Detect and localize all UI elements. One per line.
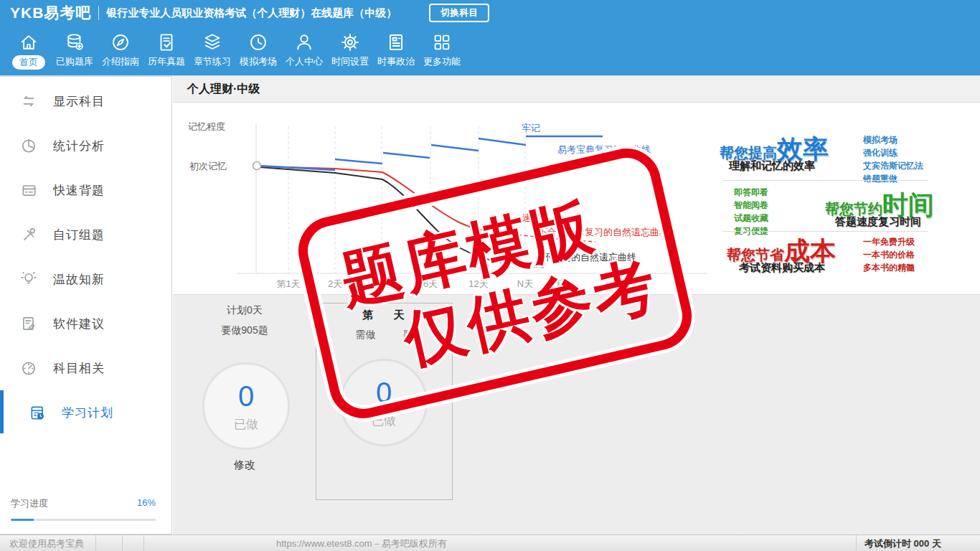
toolbar-item-home[interactable]: 首页 xyxy=(6,26,52,75)
plan-day-title: 第天 xyxy=(316,309,452,322)
status-divider xyxy=(122,535,123,551)
promo-list-item: 多本书的精髓 xyxy=(863,261,915,274)
promo-list-item: 试题收藏 xyxy=(734,212,768,225)
sidebar-item-study-plan[interactable]: 学习计划 xyxy=(0,390,171,435)
legend-bad-review-curve: 不合理安排复习的自然遗忘曲线 xyxy=(538,227,669,237)
sidebar-item-label: 快速背题 xyxy=(53,182,105,199)
sidebar-item-quick-memorize[interactable]: 快速背题 xyxy=(0,168,171,212)
promo-list-item: 即答即看 xyxy=(734,186,768,199)
promo-prefix: 帮您节省 xyxy=(727,247,784,263)
sidebar-item-label: 学习计划 xyxy=(62,405,113,421)
tools-icon xyxy=(20,226,37,243)
newspaper-icon xyxy=(385,32,407,53)
promo-list-time: 即答即看 智能阅卷 试题收藏 复习便捷 xyxy=(734,186,768,237)
promo-list-item: 艾宾浩斯记忆法 xyxy=(863,159,923,172)
toolbar-item-current-politics[interactable]: 时事政治 xyxy=(373,26,419,75)
app-title: 银行业专业人员职业资格考试（个人理财）在线题库（中级） xyxy=(106,6,397,20)
sidebar-item-label: 软件建议 xyxy=(53,316,105,332)
study-plan-section: 计划0天 要做905题 0 已做 修改 第天 需做题 0 已做 xyxy=(173,294,980,534)
bulb-icon xyxy=(20,270,37,288)
legend-no-review-curve: 不复习的自然遗忘曲线 xyxy=(543,252,636,263)
logo-divider xyxy=(98,6,99,20)
promo-panel: 帮您提高效率 理解和记忆的效率 模拟考场 强化训练 艾宾浩斯记忆法 错题重做 即… xyxy=(717,129,976,281)
sidebar-item-software-feedback[interactable]: 软件建议 xyxy=(0,301,171,346)
plan-total-questions: 要做905题 xyxy=(173,324,316,337)
legend-remember-label: 牢记 xyxy=(522,123,540,133)
subject-gauge-icon xyxy=(20,359,37,377)
sidebar-item-label: 显示科目 xyxy=(53,93,105,110)
sidebar-item-subject-related[interactable]: 科目相关 xyxy=(0,346,171,390)
promo-list-item: 强化训练 xyxy=(863,146,923,159)
initial-memory-label: 初次记忆 xyxy=(189,161,227,171)
subject-title: 个人理财·中级 xyxy=(187,82,260,97)
plan-done-circle: 0 已做 xyxy=(202,362,290,450)
progress-value: 16% xyxy=(137,497,156,510)
toolbar-item-label: 章节练习 xyxy=(194,55,231,68)
document-check-icon xyxy=(156,32,177,53)
toolbar-item-purchased-banks[interactable]: 已购题库 xyxy=(52,26,98,75)
plan-day-need: 需做题 xyxy=(316,329,452,342)
sidebar: 显示科目 统计分析 快速背题 自订组题 温故知新 软件建议 科目相关 学习计划 xyxy=(0,76,172,534)
sidebar-item-review-old[interactable]: 温故知新 xyxy=(0,257,171,301)
study-plan-icon xyxy=(29,404,46,421)
main-toolbar: 首页 已购题库 介绍指南 历年真题 章节练习 模拟考场 个人中心 时间设置 xyxy=(0,26,980,76)
legend-forget-label: 遗忘 xyxy=(500,243,519,254)
day-suffix: 天 xyxy=(394,309,406,321)
toolbar-item-intro-guide[interactable]: 介绍指南 xyxy=(98,26,143,75)
x-axis-title: 天数 xyxy=(554,278,573,289)
switch-subject-button[interactable]: 切换科目 xyxy=(429,4,489,22)
user-icon xyxy=(293,32,315,53)
sidebar-item-custom-quiz[interactable]: 自订组题 xyxy=(0,212,171,257)
promo-divider xyxy=(723,231,928,232)
feedback-icon xyxy=(20,315,37,332)
need-suffix: 题 xyxy=(403,329,413,340)
toolbar-item-time-settings[interactable]: 时间设置 xyxy=(327,26,373,75)
x-tick: 2天 xyxy=(328,278,342,289)
sidebar-item-show-subjects[interactable]: 显示科目 xyxy=(0,79,171,123)
x-tick: 4天 xyxy=(374,278,389,289)
sidebar-item-statistics[interactable]: 统计分析 xyxy=(0,123,171,168)
exam-countdown: 考试倒计时 000 天 xyxy=(864,537,941,550)
plan-days: 计划0天 xyxy=(173,304,316,317)
home-icon xyxy=(18,32,39,53)
promo-list-item: 一本书的价格 xyxy=(863,248,915,261)
promo-prefix: 帮您节约 xyxy=(825,201,882,217)
promo-list-item: 一年免费升级 xyxy=(863,235,915,248)
plan-day-done-circle: 0 已做 xyxy=(340,359,428,446)
initial-memory-marker xyxy=(253,162,261,170)
toolbar-item-more-functions[interactable]: 更多功能 xyxy=(419,26,465,75)
modify-plan-button[interactable]: 修改 xyxy=(173,458,316,472)
promo-subtitle-time: 答题速度复习时间 xyxy=(835,215,921,229)
status-divider xyxy=(95,535,96,551)
x-tick: 12天 xyxy=(468,278,488,289)
pie-chart-icon xyxy=(20,137,37,154)
app-logo: YKB易考吧 xyxy=(10,3,91,23)
sidebar-item-label: 自订组题 xyxy=(53,227,105,243)
plan-day-card[interactable]: 第天 需做题 0 已做 xyxy=(316,303,453,500)
active-item-indicator xyxy=(0,390,4,433)
toolbar-item-chapter-practice[interactable]: 章节练习 xyxy=(189,26,235,75)
toolbar-item-mock-exam[interactable]: 模拟考场 xyxy=(235,26,281,75)
gear-icon xyxy=(339,32,361,53)
toolbar-item-label: 更多功能 xyxy=(423,55,461,68)
done-count: 0 xyxy=(376,377,392,408)
welcome-text: 欢迎使用易考宝典 xyxy=(9,537,84,550)
done-label: 已做 xyxy=(372,413,396,429)
promo-list-item: 错题重做 xyxy=(863,172,923,185)
toolbar-item-label: 介绍指南 xyxy=(102,55,139,68)
x-tick: 第1天 xyxy=(276,278,300,289)
swap-arrows-icon xyxy=(20,93,37,110)
status-bar: 欢迎使用易考宝典 https://www.etest8.com－易考吧版权所有 … xyxy=(0,534,980,551)
day-prefix: 第 xyxy=(363,309,375,321)
promo-list-cost: 一年免费升级 一本书的价格 多本书的精髓 xyxy=(863,235,915,274)
toolbar-item-past-papers[interactable]: 历年真题 xyxy=(143,26,189,75)
plan-summary-column: 计划0天 要做905题 0 已做 修改 xyxy=(173,295,316,534)
toolbar-item-label: 历年真题 xyxy=(148,55,185,68)
flashcard-icon xyxy=(20,182,37,199)
promo-list-item: 智能阅卷 xyxy=(734,199,768,212)
toolbar-item-user-center[interactable]: 个人中心 xyxy=(281,26,327,75)
toolbar-item-label: 已购题库 xyxy=(56,55,93,68)
toolbar-item-label: 首页 xyxy=(12,55,45,70)
sidebar-item-label: 统计分析 xyxy=(53,138,105,154)
promo-divider xyxy=(723,180,928,181)
